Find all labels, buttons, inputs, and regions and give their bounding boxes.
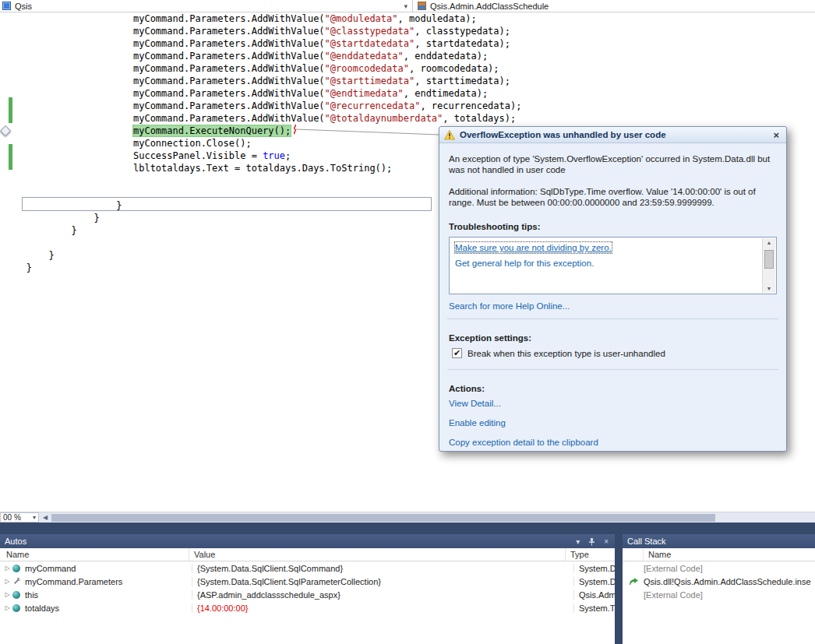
scroll-left-icon[interactable]: ◀ bbox=[43, 514, 48, 521]
variable-row[interactable]: ▷this{ASP.admin_addclassschedule_aspx}Qs… bbox=[0, 588, 615, 601]
column-header-type[interactable]: Type bbox=[566, 548, 615, 561]
tips-scrollbar[interactable]: ▲ ▼ bbox=[762, 238, 775, 293]
variable-row[interactable]: ▷myCommand.Parameters{System.Data.SqlCli… bbox=[0, 575, 615, 588]
project-icon bbox=[2, 2, 11, 10]
variable-value: {14.00:00:00} bbox=[192, 604, 574, 613]
variable-value: {ASP.admin_addclassschedule_aspx} bbox=[192, 590, 574, 600]
autos-title: Autos bbox=[5, 537, 26, 546]
actions-label: Actions: bbox=[449, 384, 777, 393]
code-line[interactable]: myCommand.Parameters.AddWithValue("@tota… bbox=[9, 112, 521, 125]
vs-window: Qsis ▾ Qsis.Admin.AddClassSchedule myCom… bbox=[0, 0, 815, 644]
tips-list: Make sure you are not dividing by zero.G… bbox=[455, 242, 759, 269]
window-position-icon[interactable]: ▾ bbox=[576, 537, 580, 546]
frame-icon-margin bbox=[623, 548, 644, 561]
expand-icon[interactable]: ▷ bbox=[2, 578, 12, 585]
action-link[interactable]: View Detail... bbox=[449, 399, 501, 408]
dialog-body: An exception of type 'System.OverflowExc… bbox=[439, 143, 786, 452]
exception-gleam-icon bbox=[292, 125, 298, 138]
troubleshooting-tip-link[interactable]: Get general help for this exception. bbox=[455, 258, 594, 269]
scroll-down-icon[interactable]: ▼ bbox=[763, 286, 775, 291]
expand-icon[interactable]: ▷ bbox=[2, 565, 12, 572]
stack-frame-row[interactable]: [External Code] bbox=[623, 588, 815, 601]
dialog-title-bar[interactable]: OverflowException was unhandled by user … bbox=[439, 127, 786, 143]
variable-name: myCommand.Parameters bbox=[25, 577, 122, 586]
variable-value: {System.Data.SqlClient.SqlParameterColle… bbox=[192, 577, 574, 586]
variable-type: System.D bbox=[574, 564, 615, 573]
break-checkbox-label: Break when this exception type is user-u… bbox=[467, 349, 665, 358]
code-line[interactable]: myCommand.Parameters.AddWithValue("@star… bbox=[9, 37, 521, 50]
variable-row[interactable]: ▷myCommand{System.Data.SqlClient.SqlComm… bbox=[0, 561, 615, 575]
code-line[interactable]: myCommand.Parameters.AddWithValue("@endd… bbox=[9, 50, 521, 62]
break-checkbox-row[interactable]: ✔ Break when this exception type is user… bbox=[452, 348, 777, 358]
close-icon[interactable]: × bbox=[604, 537, 609, 546]
chevron-down-icon: ▾ bbox=[404, 2, 408, 10]
call-stack-panel: Call Stack Name [External Code]Qsis.dll!… bbox=[623, 534, 815, 644]
horizontal-scrollbar: 00 % ▾ ◀ bbox=[0, 512, 815, 523]
variable-value: {System.Data.SqlClient.SqlCommand} bbox=[192, 564, 574, 573]
panel-header-icons: ▾ × bbox=[576, 537, 609, 546]
actions-list: View Detail...Enable editingCopy excepti… bbox=[449, 399, 777, 452]
member-dropdown[interactable]: Qsis.Admin.AddClassSchedule bbox=[413, 0, 815, 12]
expand-icon[interactable]: ▷ bbox=[2, 591, 12, 598]
zoom-dropdown[interactable]: 00 % ▾ bbox=[0, 512, 39, 523]
section-divider bbox=[447, 369, 778, 370]
stack-frame-label: [External Code] bbox=[644, 564, 703, 573]
close-icon[interactable]: × bbox=[771, 130, 781, 140]
exception-assistant-dialog: OverflowException was unhandled by user … bbox=[439, 126, 787, 452]
autos-column-headers: Name Value Type bbox=[0, 548, 615, 561]
stack-frame-row[interactable]: [External Code] bbox=[623, 561, 815, 575]
checkbox-checked-icon[interactable]: ✔ bbox=[452, 348, 462, 358]
pin-icon[interactable] bbox=[588, 537, 595, 546]
scroll-up-icon[interactable]: ▲ bbox=[763, 240, 775, 245]
code-line[interactable]: myCommand.Parameters.AddWithValue("@modu… bbox=[9, 12, 521, 25]
column-header-name[interactable]: Name bbox=[0, 548, 189, 561]
additional-information: Additional information: SqlDbType.Time o… bbox=[449, 186, 777, 208]
section-divider bbox=[447, 318, 778, 319]
project-dropdown[interactable]: Qsis ▾ bbox=[0, 0, 413, 12]
project-dropdown-label: Qsis bbox=[15, 2, 32, 11]
warning-icon bbox=[444, 130, 455, 140]
search-help-online-link[interactable]: Search for more Help Online... bbox=[449, 301, 570, 311]
code-line[interactable]: myCommand.Parameters.AddWithValue("@star… bbox=[9, 75, 521, 87]
scrollbar-thumb[interactable] bbox=[51, 514, 715, 522]
variable-name: myCommand bbox=[25, 564, 76, 573]
class-icon bbox=[418, 2, 426, 10]
variable-type: Qsis.Adm bbox=[574, 590, 615, 600]
code-line[interactable]: myCommand.Parameters.AddWithValue("@recu… bbox=[9, 100, 521, 112]
member-dropdown-label: Qsis.Admin.AddClassSchedule bbox=[430, 2, 549, 11]
scrollbar-thumb[interactable] bbox=[764, 250, 774, 269]
code-line[interactable]: myCommand.Parameters.AddWithValue("@clas… bbox=[9, 25, 521, 37]
autos-panel: Autos ▾ × Name Value Type ▷myCommand{Sys… bbox=[0, 534, 615, 644]
current-frame-icon bbox=[623, 578, 644, 586]
property-icon bbox=[12, 577, 25, 586]
call-stack-rows: [External Code]Qsis.dll!Qsis.Admin.AddCl… bbox=[623, 561, 815, 601]
stack-frame-label: Qsis.dll!Qsis.Admin.AddClassSchedule.ins… bbox=[644, 577, 811, 586]
variable-type: System.D bbox=[574, 577, 615, 586]
code-line[interactable]: myCommand.Parameters.AddWithValue("@room… bbox=[9, 62, 521, 75]
dialog-title: OverflowException was unhandled by user … bbox=[460, 130, 666, 139]
stack-frame-row[interactable]: Qsis.dll!Qsis.Admin.AddClassSchedule.ins… bbox=[623, 575, 815, 588]
navigation-bar: Qsis ▾ Qsis.Admin.AddClassSchedule bbox=[0, 0, 815, 12]
variable-row[interactable]: ▷totaldays{14.00:00:00}System.T bbox=[0, 601, 615, 614]
variable-name: this bbox=[25, 590, 38, 600]
variable-name: totaldays bbox=[25, 604, 59, 613]
action-link[interactable]: Copy exception detail to the clipboard bbox=[449, 438, 598, 447]
zoom-value: 00 % bbox=[3, 513, 21, 522]
column-header-name[interactable]: Name bbox=[644, 548, 671, 561]
call-stack-panel-header[interactable]: Call Stack bbox=[623, 534, 815, 548]
autos-panel-header[interactable]: Autos ▾ × bbox=[0, 534, 615, 548]
chevron-down-icon: ▾ bbox=[33, 514, 36, 521]
exception-settings-label: Exception settings: bbox=[449, 333, 777, 343]
column-header-value[interactable]: Value bbox=[189, 548, 566, 561]
troubleshooting-tip-link[interactable]: Make sure you are not dividing by zero. bbox=[455, 242, 612, 253]
action-link[interactable]: Enable editing bbox=[449, 418, 506, 428]
object-icon bbox=[12, 591, 25, 599]
call-stack-column-headers: Name bbox=[623, 548, 815, 561]
object-icon bbox=[12, 565, 25, 572]
stack-frame-label: [External Code] bbox=[644, 590, 703, 600]
autos-rows: ▷myCommand{System.Data.SqlClient.SqlComm… bbox=[0, 561, 615, 614]
troubleshooting-tips-box: Make sure you are not dividing by zero.G… bbox=[449, 237, 777, 294]
call-stack-title: Call Stack bbox=[627, 537, 666, 546]
code-line[interactable]: myCommand.Parameters.AddWithValue("@endt… bbox=[9, 87, 521, 100]
expand-icon[interactable]: ▷ bbox=[2, 604, 12, 611]
